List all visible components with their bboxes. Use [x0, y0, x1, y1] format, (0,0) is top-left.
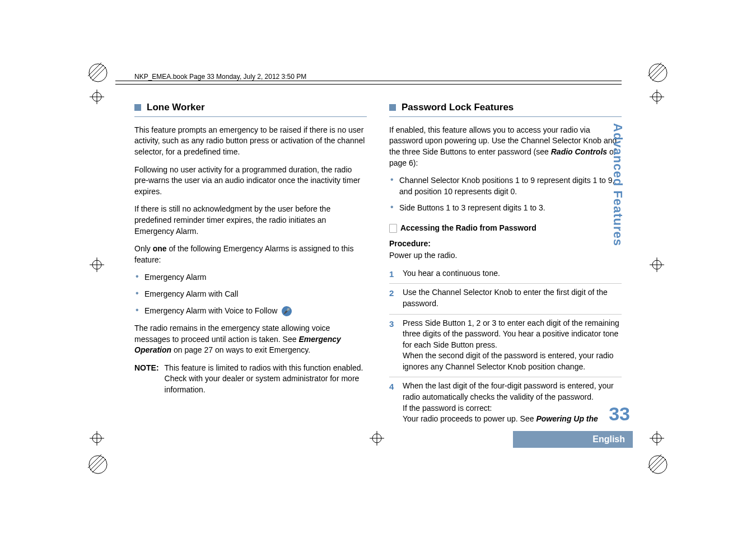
corner-mark-icon — [87, 453, 109, 476]
subheading-text: Accessing the Radio from Password — [400, 223, 536, 234]
step-text: Use the Channel Selector Knob to enter t… — [403, 288, 608, 308]
corner-mark-icon — [87, 62, 109, 84]
heading-square-icon — [389, 104, 396, 111]
list-item: Side Buttons 1 to 3 represent digits 1 t… — [389, 203, 622, 214]
list-text: Emergency Alarm with Voice to Follow — [144, 306, 277, 315]
sidebar-section-title: Advanced Features — [610, 123, 625, 246]
paragraph: Following no user activity for a program… — [134, 165, 367, 198]
registration-mark-icon — [90, 431, 104, 446]
registration-mark-icon — [90, 257, 104, 272]
list-text: Side Buttons 1 to 3 represent digits 1 t… — [399, 203, 545, 212]
text-bold-italic: Powering Up the — [536, 414, 598, 423]
left-column: Lone Worker This feature prompts an emer… — [134, 101, 367, 429]
page-number: 33 — [609, 403, 630, 425]
paragraph: This feature prompts an emergency to be … — [134, 125, 367, 158]
svg-point-29 — [89, 456, 107, 474]
list-item: Emergency Alarm — [134, 272, 367, 283]
svg-point-21 — [89, 64, 107, 82]
step-item: You hear a continuous tone. — [389, 265, 622, 284]
heading-text: Password Lock Features — [402, 101, 514, 114]
language-bar: English — [513, 431, 633, 448]
paragraph: The radio remains in the emergency state… — [134, 323, 367, 356]
procedure-label: Procedure: — [389, 238, 622, 250]
registration-mark-icon — [650, 90, 664, 104]
registration-mark-icon — [370, 431, 384, 446]
paragraph: If there is still no acknowledgment by t… — [134, 204, 367, 237]
list-text: Emergency Alarm — [144, 273, 206, 282]
paragraph: Only one of the following Emergency Alar… — [134, 243, 367, 265]
procedure-intro: Power up the radio. — [389, 251, 457, 260]
registration-mark-icon — [650, 431, 664, 446]
text-bold-italic: Radio Controls — [551, 147, 607, 156]
subheading-accessing: Accessing the Radio from Password — [389, 223, 622, 234]
list-text: Channel Selector Knob positions 1 to 9 r… — [399, 176, 614, 196]
text: on page 27 on ways to exit Emergency. — [171, 345, 310, 354]
text-bold: one — [153, 244, 167, 253]
corner-mark-icon — [647, 453, 669, 476]
svg-point-25 — [649, 64, 667, 82]
step-item: Press Side Button 1, 2 or 3 to enter eac… — [389, 314, 622, 377]
svg-point-33 — [649, 456, 667, 474]
document-icon — [389, 224, 397, 233]
note-block: NOTE: This feature is limited to radios … — [134, 363, 367, 396]
procedure-steps: You hear a continuous tone. Use the Chan… — [389, 265, 622, 429]
list-item: Channel Selector Knob positions 1 to 9 r… — [389, 175, 622, 197]
right-column: Password Lock Features If enabled, this … — [389, 101, 622, 429]
registration-mark-icon — [650, 257, 664, 272]
sidebar: Advanced Features — [610, 123, 627, 246]
section-heading-password: Password Lock Features — [389, 101, 622, 117]
step-text: You hear a continuous tone. — [403, 269, 500, 278]
list-item: Emergency Alarm with Call — [134, 289, 367, 300]
microphone-icon: 🎤 — [282, 306, 292, 316]
text: Only — [134, 244, 153, 253]
paragraph: If enabled, this feature allows you to a… — [389, 125, 622, 168]
text: of the following Emergency Alarms is ass… — [134, 244, 353, 264]
list-item: Emergency Alarm with Voice to Follow 🎤 — [134, 306, 367, 317]
heading-square-icon — [134, 104, 141, 111]
corner-mark-icon — [647, 62, 669, 84]
language-label: English — [592, 434, 625, 444]
registration-mark-icon — [90, 90, 104, 104]
section-heading-lone-worker: Lone Worker — [134, 101, 367, 117]
step-item: When the last digit of the four-digit pa… — [389, 377, 622, 429]
page-content: Lone Worker This feature prompts an emer… — [134, 62, 622, 429]
heading-text: Lone Worker — [147, 101, 205, 114]
note-text: This feature is limited to radios with t… — [165, 363, 367, 396]
alarm-list: Emergency Alarm Emergency Alarm with Cal… — [134, 272, 367, 316]
step-text: Press Side Button 1, 2 or 3 to enter eac… — [403, 318, 619, 371]
list-text: Emergency Alarm with Call — [144, 289, 238, 298]
step-item: Use the Channel Selector Knob to enter t… — [389, 283, 622, 313]
note-label: NOTE: — [134, 363, 159, 396]
password-list: Channel Selector Knob positions 1 to 9 r… — [389, 175, 622, 214]
